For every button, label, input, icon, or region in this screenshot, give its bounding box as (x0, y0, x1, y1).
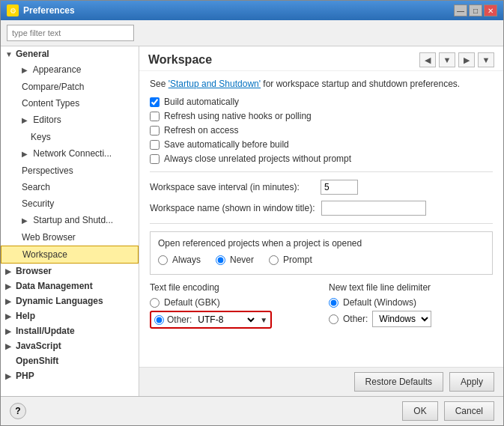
maximize-button[interactable]: □ (469, 4, 482, 16)
header-nav: ◀ ▼ ▶ ▼ (419, 52, 494, 67)
editors-label: Editors (33, 115, 61, 125)
right-header: Workspace ◀ ▼ ▶ ▼ (139, 46, 503, 71)
description-text: See 'Startup and Shutdown' for workspace… (150, 79, 493, 89)
encoding-select[interactable]: UTF-8 UTF-16 ISO-8859-1 US-ASCII (195, 314, 257, 326)
general-section-header[interactable]: ▼ General (1, 46, 139, 61)
prompt-radio-row: Prompt (269, 255, 312, 265)
sidebar-item-search[interactable]: Search (1, 179, 139, 195)
help-label: Help (16, 311, 35, 321)
minimize-button[interactable]: — (454, 4, 467, 16)
expand-arrow-help: ▶ (5, 312, 14, 320)
browser-label: Browser (16, 266, 52, 276)
filter-input[interactable] (7, 25, 134, 41)
bottom-row: ? OK Cancel (1, 396, 503, 425)
expand-arrow-general: ▼ (5, 50, 14, 58)
openshift-section-header[interactable]: OpenShift (1, 353, 139, 368)
encoding-delimiter-cols: Text file encoding Default (GBK) Other: (150, 282, 493, 332)
close-button[interactable]: ✕ (484, 4, 497, 16)
default-windows-label: Default (Windows) (343, 297, 416, 308)
left-panel: ▼ General ▶ Appearance Compare/Patch Con… (1, 46, 139, 396)
web-browser-label: Web Browser (22, 232, 76, 243)
refresh-native-checkbox[interactable] (150, 112, 160, 121)
dropdown-arrow-icon: ▼ (260, 316, 267, 324)
expand-arrow-dynamic-languages: ▶ (5, 297, 14, 305)
data-management-section-header[interactable]: ▶ Data Management (1, 279, 139, 293)
other-encoding-label: Other: (167, 314, 192, 325)
prompt-radio[interactable] (269, 255, 279, 265)
window-title-label: Workspace name (shown in window title): (150, 203, 315, 213)
default-gbk-label: Default (GBK) (164, 297, 220, 308)
other-line-row: Other: Windows Unix Mac (329, 311, 493, 327)
save-interval-input[interactable] (321, 180, 358, 195)
open-referenced-title: Open referenced projects when a project … (158, 238, 485, 249)
keys-label: Keys (31, 132, 51, 142)
build-auto-checkbox[interactable] (150, 97, 160, 107)
expand-arrow-javascript: ▶ (5, 342, 14, 350)
expand-arrow-install-update: ▶ (5, 327, 14, 335)
refresh-native-label: Refresh using native hooks or polling (164, 111, 312, 121)
refresh-access-checkbox[interactable] (150, 126, 160, 136)
refresh-access-label: Refresh on access (164, 125, 238, 136)
window-title-input[interactable] (321, 201, 426, 216)
nav-more-button[interactable]: ▼ (478, 52, 494, 67)
sidebar-item-keys[interactable]: Keys (1, 129, 139, 145)
sidebar-item-appearance[interactable]: ▶ Appearance (1, 61, 139, 79)
always-close-checkbox[interactable] (150, 154, 160, 164)
sidebar-item-content-types[interactable]: Content Types (1, 95, 139, 112)
dynamic-languages-section-header[interactable]: ▶ Dynamic Languages (1, 293, 139, 308)
line-delimiter-select[interactable]: Windows Unix Mac (372, 311, 431, 327)
install-update-label: Install/Update (16, 326, 75, 336)
sidebar-item-workspace[interactable]: Workspace (1, 246, 139, 264)
php-label: PHP (16, 371, 34, 381)
search-label: Search (22, 182, 50, 192)
browser-section-header[interactable]: ▶ Browser (1, 264, 139, 279)
startup-label: Startup and Shutd... (33, 215, 113, 225)
title-bar-left: ⚙ Preferences (7, 4, 75, 16)
default-gbk-radio[interactable] (150, 298, 160, 308)
always-radio[interactable] (158, 255, 168, 265)
content-area: ▼ General ▶ Appearance Compare/Patch Con… (1, 20, 503, 425)
sidebar-item-startup[interactable]: ▶ Startup and Shutd... (1, 212, 139, 229)
compare-patch-label: Compare/Patch (22, 82, 84, 92)
apply-button[interactable]: Apply (449, 372, 494, 392)
never-radio-label: Never (230, 255, 254, 265)
startup-shutdown-link[interactable]: 'Startup and Shutdown' (168, 79, 261, 89)
help-section-header[interactable]: ▶ Help (1, 308, 139, 323)
right-panel: Workspace ◀ ▼ ▶ ▼ See 'Startup and Shutd… (139, 46, 503, 396)
prompt-radio-label: Prompt (283, 255, 312, 265)
refresh-access-row: Refresh on access (150, 125, 493, 136)
sidebar-item-security[interactable]: Security (1, 195, 139, 212)
always-close-label: Always close unrelated projects without … (164, 153, 351, 164)
openshift-label: OpenShift (16, 356, 58, 366)
php-section-header[interactable]: ▶ PHP (1, 368, 139, 383)
help-button[interactable]: ? (10, 403, 26, 419)
restore-defaults-button[interactable]: Restore Defaults (354, 372, 443, 392)
javascript-section-header[interactable]: ▶ JavaScript (1, 338, 139, 353)
open-referenced-box: Open referenced projects when a project … (150, 231, 493, 275)
forward-button[interactable]: ▶ (458, 52, 475, 67)
general-label: General (16, 49, 49, 59)
bottom-buttons: Restore Defaults Apply (139, 367, 503, 396)
window-title: Preferences (23, 5, 75, 16)
expand-arrow-startup: ▶ (22, 214, 31, 228)
other-line-radio[interactable] (329, 314, 338, 324)
sidebar-item-perspectives[interactable]: Perspectives (1, 162, 139, 179)
never-radio[interactable] (216, 255, 225, 265)
other-encoding-radio[interactable] (154, 315, 164, 325)
expand-arrow-network: ▶ (22, 147, 31, 161)
sidebar-item-web-browser[interactable]: Web Browser (1, 229, 139, 246)
text-encoding-title: Text file encoding (150, 282, 314, 293)
default-windows-radio[interactable] (329, 298, 338, 308)
cancel-button[interactable]: Cancel (444, 401, 494, 421)
ok-button[interactable]: OK (402, 401, 437, 421)
sidebar-item-compare-patch[interactable]: Compare/Patch (1, 79, 139, 95)
install-update-section-header[interactable]: ▶ Install/Update (1, 323, 139, 338)
sidebar-item-editors[interactable]: ▶ Editors (1, 112, 139, 129)
nav-dropdown-button[interactable]: ▼ (439, 52, 455, 67)
always-close-row: Always close unrelated projects without … (150, 153, 493, 164)
right-title: Workspace (148, 53, 212, 67)
text-encoding-col: Text file encoding Default (GBK) Other: (150, 282, 314, 332)
back-button[interactable]: ◀ (419, 52, 436, 67)
save-auto-checkbox[interactable] (150, 140, 160, 150)
sidebar-item-network[interactable]: ▶ Network Connecti... (1, 145, 139, 162)
